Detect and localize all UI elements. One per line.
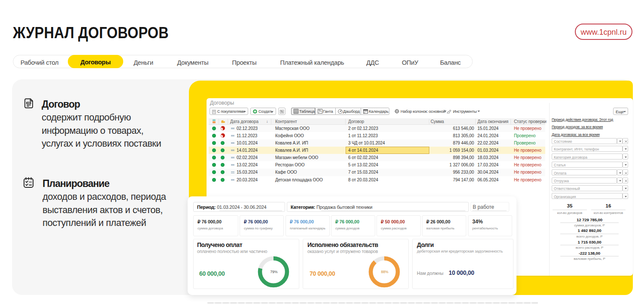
svg-text:79%: 79% xyxy=(270,270,277,274)
svg-text:88%: 88% xyxy=(381,270,388,274)
